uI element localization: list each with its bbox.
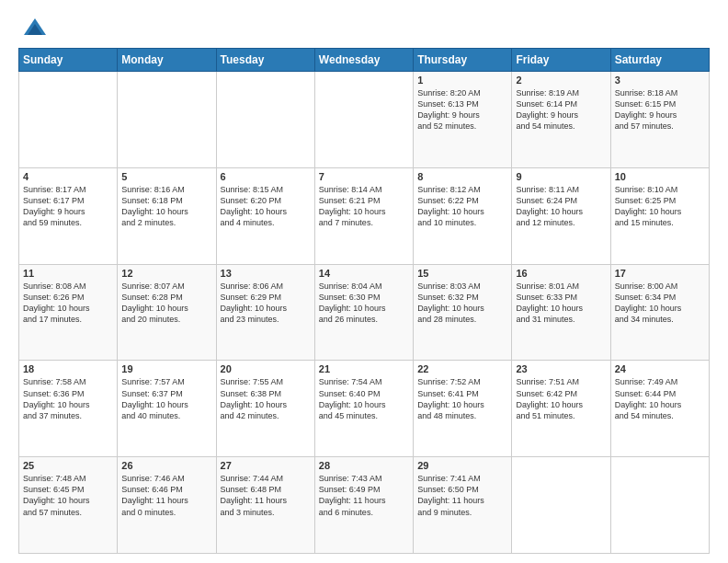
logo-icon	[22, 15, 48, 40]
day-number: 2	[516, 75, 606, 86]
day-number: 21	[319, 363, 409, 374]
table-row	[216, 72, 314, 168]
table-row: 8Sunrise: 8:12 AM Sunset: 6:22 PM Daylig…	[414, 167, 512, 264]
table-row: 7Sunrise: 8:14 AM Sunset: 6:21 PM Daylig…	[314, 167, 413, 264]
day-number: 19	[121, 363, 211, 374]
day-info: Sunrise: 8:03 AM Sunset: 6:32 PM Dayligh…	[417, 281, 507, 326]
day-info: Sunrise: 7:54 AM Sunset: 6:40 PM Dayligh…	[319, 376, 409, 421]
day-number: 23	[516, 363, 606, 374]
calendar-header-row: Sunday Monday Tuesday Wednesday Thursday…	[19, 49, 710, 72]
day-number: 15	[417, 268, 507, 279]
day-info: Sunrise: 8:04 AM Sunset: 6:30 PM Dayligh…	[319, 281, 409, 326]
day-number: 18	[23, 363, 113, 374]
day-number: 11	[23, 268, 113, 279]
day-info: Sunrise: 8:14 AM Sunset: 6:21 PM Dayligh…	[319, 184, 409, 229]
day-info: Sunrise: 7:49 AM Sunset: 6:44 PM Dayligh…	[615, 376, 705, 421]
day-number: 4	[23, 171, 113, 182]
day-info: Sunrise: 8:10 AM Sunset: 6:25 PM Dayligh…	[615, 184, 705, 229]
col-monday: Monday	[118, 49, 216, 72]
table-row: 5Sunrise: 8:16 AM Sunset: 6:18 PM Daylig…	[118, 167, 216, 264]
table-row: 25Sunrise: 7:48 AM Sunset: 6:45 PM Dayli…	[19, 457, 118, 554]
table-row: 1Sunrise: 8:20 AM Sunset: 6:13 PM Daylig…	[414, 72, 512, 168]
day-info: Sunrise: 7:52 AM Sunset: 6:41 PM Dayligh…	[417, 376, 507, 421]
day-info: Sunrise: 8:08 AM Sunset: 6:26 PM Dayligh…	[23, 281, 113, 326]
day-info: Sunrise: 7:44 AM Sunset: 6:48 PM Dayligh…	[221, 473, 311, 518]
table-row	[610, 457, 709, 554]
day-info: Sunrise: 8:11 AM Sunset: 6:24 PM Dayligh…	[516, 184, 606, 229]
table-row: 22Sunrise: 7:52 AM Sunset: 6:41 PM Dayli…	[414, 361, 512, 457]
day-number: 13	[221, 268, 311, 279]
col-saturday: Saturday	[610, 49, 709, 72]
table-row: 27Sunrise: 7:44 AM Sunset: 6:48 PM Dayli…	[216, 457, 314, 554]
col-sunday: Sunday	[19, 49, 118, 72]
day-info: Sunrise: 8:06 AM Sunset: 6:29 PM Dayligh…	[221, 281, 311, 326]
day-info: Sunrise: 7:46 AM Sunset: 6:46 PM Dayligh…	[121, 473, 211, 518]
day-info: Sunrise: 8:16 AM Sunset: 6:18 PM Dayligh…	[121, 184, 211, 229]
day-number: 10	[615, 171, 705, 182]
day-info: Sunrise: 7:55 AM Sunset: 6:38 PM Dayligh…	[221, 376, 311, 421]
table-row: 16Sunrise: 8:01 AM Sunset: 6:33 PM Dayli…	[512, 264, 610, 361]
day-info: Sunrise: 8:12 AM Sunset: 6:22 PM Dayligh…	[417, 184, 507, 229]
table-row: 17Sunrise: 8:00 AM Sunset: 6:34 PM Dayli…	[610, 264, 709, 361]
table-row: 11Sunrise: 8:08 AM Sunset: 6:26 PM Dayli…	[19, 264, 118, 361]
day-number: 25	[23, 460, 113, 471]
day-number: 9	[516, 171, 606, 182]
calendar-week-row: 11Sunrise: 8:08 AM Sunset: 6:26 PM Dayli…	[19, 264, 710, 361]
day-number: 8	[417, 171, 507, 182]
day-info: Sunrise: 8:07 AM Sunset: 6:28 PM Dayligh…	[121, 281, 211, 326]
day-info: Sunrise: 8:20 AM Sunset: 6:13 PM Dayligh…	[417, 87, 507, 132]
day-number: 6	[221, 171, 311, 182]
logo	[18, 15, 48, 40]
table-row: 24Sunrise: 7:49 AM Sunset: 6:44 PM Dayli…	[610, 361, 709, 457]
calendar-week-row: 4Sunrise: 8:17 AM Sunset: 6:17 PM Daylig…	[19, 167, 710, 264]
day-info: Sunrise: 7:41 AM Sunset: 6:50 PM Dayligh…	[417, 473, 507, 518]
calendar-week-row: 18Sunrise: 7:58 AM Sunset: 6:36 PM Dayli…	[19, 361, 710, 457]
day-number: 24	[615, 363, 705, 374]
table-row: 20Sunrise: 7:55 AM Sunset: 6:38 PM Dayli…	[216, 361, 314, 457]
table-row	[118, 72, 216, 168]
calendar-week-row: 25Sunrise: 7:48 AM Sunset: 6:45 PM Dayli…	[19, 457, 710, 554]
table-row: 9Sunrise: 8:11 AM Sunset: 6:24 PM Daylig…	[512, 167, 610, 264]
table-row: 10Sunrise: 8:10 AM Sunset: 6:25 PM Dayli…	[610, 167, 709, 264]
day-number: 26	[121, 460, 211, 471]
day-number: 16	[516, 268, 606, 279]
day-number: 3	[615, 75, 705, 86]
header	[18, 15, 710, 40]
day-number: 7	[319, 171, 409, 182]
day-info: Sunrise: 8:15 AM Sunset: 6:20 PM Dayligh…	[221, 184, 311, 229]
table-row: 29Sunrise: 7:41 AM Sunset: 6:50 PM Dayli…	[414, 457, 512, 554]
table-row: 26Sunrise: 7:46 AM Sunset: 6:46 PM Dayli…	[118, 457, 216, 554]
day-info: Sunrise: 7:43 AM Sunset: 6:49 PM Dayligh…	[319, 473, 409, 518]
day-info: Sunrise: 7:57 AM Sunset: 6:37 PM Dayligh…	[121, 376, 211, 421]
day-number: 28	[319, 460, 409, 471]
day-number: 20	[221, 363, 311, 374]
day-number: 17	[615, 268, 705, 279]
col-tuesday: Tuesday	[216, 49, 314, 72]
table-row: 18Sunrise: 7:58 AM Sunset: 6:36 PM Dayli…	[19, 361, 118, 457]
day-info: Sunrise: 7:51 AM Sunset: 6:42 PM Dayligh…	[516, 376, 606, 421]
day-info: Sunrise: 8:18 AM Sunset: 6:15 PM Dayligh…	[615, 87, 705, 132]
table-row	[512, 457, 610, 554]
col-thursday: Thursday	[414, 49, 512, 72]
day-info: Sunrise: 7:58 AM Sunset: 6:36 PM Dayligh…	[23, 376, 113, 421]
day-info: Sunrise: 8:01 AM Sunset: 6:33 PM Dayligh…	[516, 281, 606, 326]
table-row: 19Sunrise: 7:57 AM Sunset: 6:37 PM Dayli…	[118, 361, 216, 457]
table-row: 15Sunrise: 8:03 AM Sunset: 6:32 PM Dayli…	[414, 264, 512, 361]
table-row	[314, 72, 413, 168]
day-number: 27	[221, 460, 311, 471]
day-number: 14	[319, 268, 409, 279]
day-info: Sunrise: 7:48 AM Sunset: 6:45 PM Dayligh…	[23, 473, 113, 518]
day-info: Sunrise: 8:00 AM Sunset: 6:34 PM Dayligh…	[615, 281, 705, 326]
table-row: 4Sunrise: 8:17 AM Sunset: 6:17 PM Daylig…	[19, 167, 118, 264]
col-wednesday: Wednesday	[314, 49, 413, 72]
table-row: 21Sunrise: 7:54 AM Sunset: 6:40 PM Dayli…	[314, 361, 413, 457]
table-row: 2Sunrise: 8:19 AM Sunset: 6:14 PM Daylig…	[512, 72, 610, 168]
table-row: 13Sunrise: 8:06 AM Sunset: 6:29 PM Dayli…	[216, 264, 314, 361]
table-row	[19, 72, 118, 168]
day-info: Sunrise: 8:19 AM Sunset: 6:14 PM Dayligh…	[516, 87, 606, 132]
table-row: 6Sunrise: 8:15 AM Sunset: 6:20 PM Daylig…	[216, 167, 314, 264]
table-row: 12Sunrise: 8:07 AM Sunset: 6:28 PM Dayli…	[118, 264, 216, 361]
page: Sunday Monday Tuesday Wednesday Thursday…	[0, 0, 728, 563]
table-row: 3Sunrise: 8:18 AM Sunset: 6:15 PM Daylig…	[610, 72, 709, 168]
day-number: 1	[417, 75, 507, 86]
